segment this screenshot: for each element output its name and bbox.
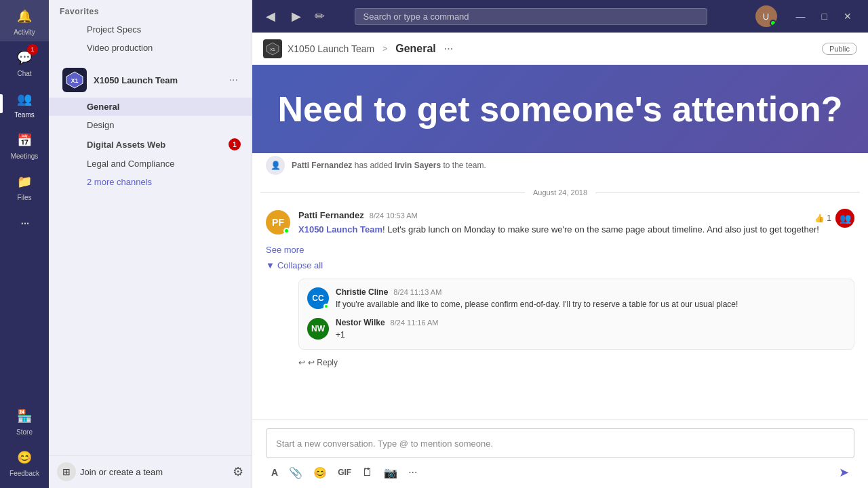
- user-status-dot: [770, 20, 776, 26]
- sidebar-item-meetings[interactable]: 📅 Meetings: [0, 124, 49, 165]
- teams-icon: 👥: [14, 88, 35, 110]
- gif-btn[interactable]: GIF: [335, 465, 354, 480]
- reaction-icon[interactable]: 👥: [835, 209, 854, 228]
- search-box[interactable]: [355, 8, 707, 25]
- reply-sender-2: Nestor Wilke: [336, 318, 385, 327]
- sidebar-item-teams[interactable]: 👥 Teams: [0, 83, 49, 124]
- minimize-btn[interactable]: —: [788, 7, 814, 26]
- main-msg-text: X1050 Launch Team! Let's grab lunch on M…: [298, 223, 854, 237]
- reply-btn[interactable]: ↩ ↩ Reply: [298, 355, 854, 370]
- system-message: 👤 Patti Fernandez has added Irvin Sayers…: [252, 153, 868, 180]
- channel-options-btn[interactable]: ···: [444, 43, 453, 55]
- sticker-btn[interactable]: 🗒: [359, 464, 376, 481]
- close-btn[interactable]: ✕: [835, 7, 860, 26]
- reply-time-1: 8/24 11:13 AM: [393, 288, 441, 296]
- sidebar: 🔔 Activity 💬 1 Chat 👥 Teams 📅 Meetings 📁…: [0, 0, 49, 488]
- system-msg-sender: Patti Fernandez: [292, 161, 352, 170]
- channel-general[interactable]: General: [49, 98, 252, 116]
- date-separator: August 24, 2018: [252, 180, 868, 202]
- video-btn[interactable]: 📷: [381, 464, 400, 482]
- channel-item-video-production[interactable]: Video production: [49, 39, 252, 57]
- sidebar-item-feedback[interactable]: 😊 Feedback: [0, 441, 49, 483]
- reply-avatar-1: CC: [307, 287, 329, 309]
- system-msg-post: to the team.: [443, 161, 486, 170]
- format-btn[interactable]: A: [269, 464, 281, 481]
- like-btn[interactable]: 👍 1: [814, 214, 831, 223]
- reply-content-1: Christie Cline 8/24 11:13 AM If you're a…: [336, 287, 846, 310]
- sidebar-item-activity[interactable]: 🔔 Activity: [0, 0, 49, 41]
- files-icon: 📁: [14, 171, 35, 192]
- more-channels-link[interactable]: 2 more channels: [49, 173, 252, 191]
- system-msg-action: has added: [355, 161, 395, 170]
- teams-panel: Favorites Project Specs Video production…: [49, 0, 252, 488]
- reply-sender-1: Christie Cline: [336, 287, 388, 297]
- channel-digital-assets-web[interactable]: Digital Assets Web 1: [49, 134, 252, 155]
- reply-thread: CC Christie Cline 8/24 11:13 AM If you'r…: [298, 279, 854, 350]
- team-more-btn[interactable]: ···: [229, 74, 238, 86]
- system-msg-target: Irvin Sayers: [395, 161, 441, 170]
- main-msg-content: Patti Fernandez 8/24 10:53 AM X1050 Laun…: [298, 210, 854, 237]
- settings-btn[interactable]: ⚙: [233, 464, 243, 479]
- back-btn[interactable]: ◀: [260, 6, 281, 26]
- collapse-arrow: ▼: [266, 260, 275, 270]
- attach-btn[interactable]: 📎: [286, 464, 305, 482]
- maximize-btn[interactable]: □: [814, 7, 835, 26]
- reply-label: ↩ Reply: [308, 358, 338, 367]
- compose-toolbar: A 📎 😊 GIF 🗒 📷 ··· ➤: [266, 462, 854, 483]
- forward-btn[interactable]: ▶: [286, 6, 307, 26]
- digital-assets-badge: 1: [229, 138, 241, 150]
- search-input[interactable]: [363, 12, 698, 22]
- channel-item-project-specs[interactable]: Project Specs: [49, 20, 252, 39]
- chat-badge: 1: [27, 44, 38, 55]
- store-icon: 🏪: [14, 405, 35, 427]
- collapse-all-btn[interactable]: ▼ Collapse all: [252, 258, 868, 273]
- msg-actions: 👍 1 👥: [814, 209, 854, 228]
- see-more-link[interactable]: See more: [252, 245, 868, 258]
- banner: Need to get someone's attention?: [252, 65, 868, 153]
- avatar-online-dot: [283, 228, 290, 234]
- svg-text:X1: X1: [270, 47, 275, 52]
- msg-mention: X1050 Launch Team: [298, 224, 382, 235]
- user-avatar[interactable]: U: [755, 5, 777, 27]
- user-initials: U: [763, 12, 769, 22]
- channel-logo-icon: X1: [266, 42, 279, 56]
- join-team-btn[interactable]: ⊞ Join or create a team: [57, 462, 226, 481]
- more-toolbar-btn[interactable]: ···: [406, 464, 420, 481]
- sidebar-item-chat[interactable]: 💬 1 Chat: [0, 41, 49, 83]
- team-name-header: X1050 Launch Team: [288, 43, 374, 54]
- team-avatar: X1: [62, 68, 87, 92]
- reply-icon: ↩: [298, 358, 305, 367]
- reply-msg-1: CC Christie Cline 8/24 11:13 AM If you'r…: [307, 287, 846, 310]
- chat-area[interactable]: 👤 Patti Fernandez has added Irvin Sayers…: [252, 153, 868, 420]
- reply-time-2: 8/24 11:16 AM: [391, 319, 439, 327]
- channel-header: X1 X1050 Launch Team > General ··· Publi…: [252, 33, 868, 65]
- compose-btn[interactable]: ✏: [312, 6, 328, 26]
- channel-name-header: General: [395, 43, 436, 55]
- chat-icon: 💬 1: [14, 47, 35, 68]
- channel-logo: X1: [263, 39, 282, 58]
- like-count: 1: [827, 214, 831, 223]
- reply-text-2: +1: [336, 329, 846, 341]
- channel-legal-compliance[interactable]: Legal and Compliance: [49, 155, 252, 173]
- breadcrumb-arrow: >: [382, 44, 387, 54]
- join-icon: ⊞: [57, 462, 76, 481]
- compose-placeholder: Start a new conversation. Type @ to ment…: [276, 439, 493, 449]
- emoji-btn[interactable]: 😊: [311, 464, 330, 482]
- reply-online-dot: [323, 304, 329, 309]
- main-content: ◀ ▶ ✏ U — □ ✕ X1 X1050 Launch Team > Gen…: [252, 0, 868, 488]
- public-badge: Public: [822, 43, 857, 55]
- send-btn[interactable]: ➤: [836, 462, 852, 483]
- sidebar-item-files[interactable]: 📁 Files: [0, 165, 49, 207]
- sidebar-item-store[interactable]: 🏪 Store: [0, 400, 49, 441]
- sidebar-item-more[interactable]: ···: [0, 207, 49, 239]
- more-icon: ···: [14, 212, 35, 234]
- team-item-x1050[interactable]: X1 X1050 Launch Team ···: [54, 62, 246, 98]
- top-bar: ◀ ▶ ✏ U — □ ✕: [252, 0, 868, 33]
- feedback-icon: 😊: [14, 447, 35, 468]
- main-message-block: PF Patti Fernandez 8/24 10:53 AM X1050 L…: [252, 202, 868, 245]
- compose-box[interactable]: Start a new conversation. Type @ to ment…: [266, 428, 854, 458]
- main-msg-sender: Patti Fernandez: [298, 210, 364, 220]
- reply-avatar-2: NW: [307, 318, 329, 340]
- activity-icon: 🔔: [14, 5, 35, 27]
- channel-design[interactable]: Design: [49, 116, 252, 134]
